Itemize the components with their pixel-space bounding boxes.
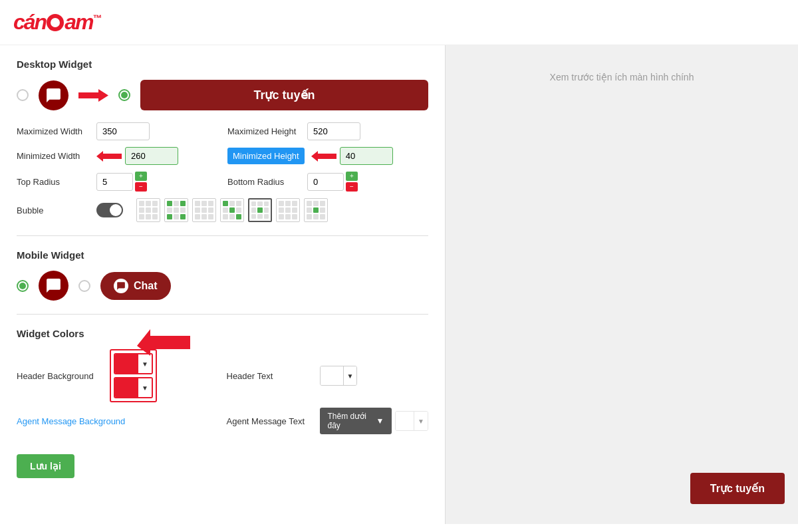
top-radius-dec[interactable]: − <box>135 182 147 192</box>
grid-icon-6[interactable] <box>276 198 300 222</box>
desktop-form: Maximized Width Maximized Height Minimiz… <box>17 122 428 222</box>
maximized-width-label: Maximized Width <box>17 126 90 136</box>
agent-msg-bg-picker[interactable]: ▼ <box>114 377 153 398</box>
add-below-dropdown[interactable]: Thêm dưới đây ▼ <box>320 408 392 434</box>
svg-marker-0 <box>78 89 108 102</box>
header-bg-label: Header Background <box>17 371 103 381</box>
widget-colors-title: Widget Colors <box>17 328 428 339</box>
desktop-widget-section: Desktop Widget Trực tuyến <box>17 59 428 222</box>
logo-text: cánam™ <box>13 10 100 35</box>
desktop-bubble-icon <box>39 80 68 110</box>
mobile-widget-section: Mobile Widget Chat <box>17 249 428 301</box>
left-panel: Desktop Widget Trực tuyến <box>0 45 446 524</box>
mobile-widget-title: Mobile Widget <box>17 249 428 261</box>
agent-msg-bg-label-row: Agent Message Background <box>17 408 219 434</box>
grid-icon-3[interactable] <box>192 198 216 222</box>
maximized-width-row: Maximized Width <box>17 122 217 140</box>
agent-msg-text-row: Agent Message Text Thêm dưới đây ▼ ▼ <box>227 408 429 434</box>
svg-marker-2 <box>311 151 336 162</box>
desktop-radio-online[interactable] <box>118 89 130 101</box>
preview-truc-tuyen: Trực tuyến <box>690 473 785 504</box>
grid-icon-5[interactable] <box>248 198 272 222</box>
dropdown-arrow-icon: ▼ <box>376 416 384 426</box>
main-layout: Desktop Widget Trực tuyến <box>0 45 798 524</box>
header: cánam™ <box>0 0 798 45</box>
header-text-picker[interactable]: ▼ <box>320 366 358 386</box>
bottom-radius-dec[interactable]: − <box>346 182 358 192</box>
desktop-widget-title: Desktop Widget <box>17 59 428 70</box>
desktop-preview-row: Trực tuyến <box>17 80 428 110</box>
agent-msg-text-label: Agent Message Text <box>227 416 313 426</box>
bubble-label: Bubble <box>17 205 90 215</box>
top-radius-input[interactable] <box>96 173 133 191</box>
arrow-to-colors <box>137 323 190 358</box>
bottom-radius-label: Bottom Radius <box>227 177 301 187</box>
save-button[interactable]: Lưu lại <box>17 454 74 478</box>
header-text-label: Header Text <box>227 371 313 381</box>
svg-marker-1 <box>96 151 122 162</box>
bottom-radius-input[interactable] <box>307 173 344 191</box>
bubble-row: Bubble <box>17 203 123 217</box>
mobile-radio-checked[interactable] <box>17 280 29 292</box>
agent-msg-text-arrow: ▼ <box>414 412 428 430</box>
arrow-to-min-width <box>96 150 122 163</box>
desktop-radio-bubble[interactable] <box>17 89 29 101</box>
grid-icon-1[interactable] <box>136 198 160 222</box>
logo: cánam™ <box>13 10 785 35</box>
top-radius-inc[interactable]: + <box>135 172 147 181</box>
right-panel: Xem trước tiện ích màn hình chính Trực t… <box>446 45 798 524</box>
top-radius-row: Top Radius + − <box>17 172 217 192</box>
header-bg-row: Header Background ▼ <box>17 349 219 402</box>
agent-msg-bg-swatch <box>115 378 138 397</box>
header-text-arrow: ▼ <box>344 366 357 385</box>
divider-1 <box>17 235 428 236</box>
bottom-radius-row: Bottom Radius + − <box>227 172 428 192</box>
top-radius-label: Top Radius <box>17 177 90 187</box>
maximized-height-input[interactable] <box>307 122 360 140</box>
preview-text: Xem trước tiện ích màn hình chính <box>550 72 694 82</box>
agent-msg-text-picker[interactable]: ▼ <box>395 411 428 431</box>
agent-msg-bg-label: Agent Message Background <box>17 416 125 426</box>
svg-marker-3 <box>137 329 190 356</box>
minimized-width-row: Minimized Width <box>17 147 217 165</box>
agent-msg-text-swatch <box>396 412 414 430</box>
header-text-swatch <box>321 366 344 385</box>
minimized-height-input[interactable] <box>340 147 393 165</box>
add-below-label: Thêm dưới đây <box>328 412 373 430</box>
grid-icon-7[interactable] <box>304 198 328 222</box>
mobile-bubble-icon <box>39 271 68 301</box>
agent-msg-bg-arrow: ▼ <box>138 378 152 397</box>
chat-bubble-icon <box>114 279 128 293</box>
bubble-toggle[interactable] <box>96 203 123 217</box>
grid-icons <box>136 198 328 222</box>
grid-icon-4[interactable] <box>220 198 244 222</box>
minimized-width-label: Minimized Width <box>17 151 90 161</box>
minimized-height-row: Minimized Height <box>227 147 428 165</box>
arrow-to-radio <box>78 87 108 104</box>
chat-label: Chat <box>134 280 158 292</box>
minimized-width-input[interactable] <box>125 147 178 165</box>
mobile-chat-btn[interactable]: Chat <box>100 272 171 300</box>
bottom-radius-input-group: + − <box>307 172 358 192</box>
bottom-radius-inc[interactable]: + <box>346 172 358 181</box>
divider-2 <box>17 314 428 315</box>
top-radius-input-group: + − <box>96 172 147 192</box>
minimized-height-label: Minimized Height <box>227 148 305 164</box>
arrow-to-min-height <box>311 150 336 163</box>
maximized-width-input[interactable] <box>96 122 150 140</box>
mobile-radio-chat[interactable] <box>78 280 90 292</box>
widget-colors-section: Widget Colors Header Background <box>17 328 428 434</box>
desktop-truc-tuyen-btn[interactable]: Trực tuyến <box>140 80 428 110</box>
maximized-height-label: Maximized Height <box>227 126 301 136</box>
header-text-row: Header Text ▼ <box>227 349 429 402</box>
grid-icon-2[interactable] <box>164 198 188 222</box>
header-bg-swatch <box>115 354 138 373</box>
mobile-preview-row: Chat <box>17 271 428 301</box>
maximized-height-row: Maximized Height <box>227 122 428 140</box>
